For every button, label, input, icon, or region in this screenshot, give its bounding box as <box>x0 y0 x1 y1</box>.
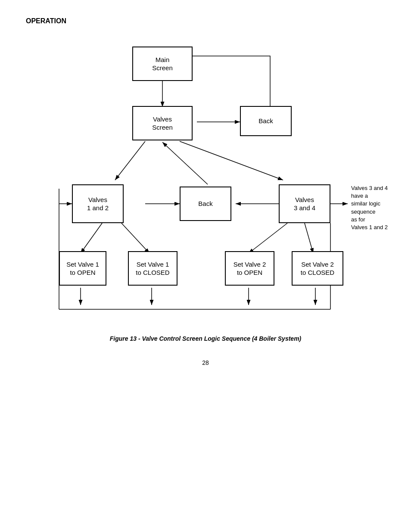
back-top-box: Back <box>240 106 292 136</box>
svg-line-4 <box>115 141 145 180</box>
set-valve1-open-label: Set Valve 1 to OPEN <box>66 260 99 277</box>
set-valve1-closed-label: Set Valve 1 to CLOSED <box>136 260 169 277</box>
set-valve2-open-label: Set Valve 2 to OPEN <box>234 260 266 277</box>
section-title: OPERATION <box>26 17 385 25</box>
diagram: Main Screen Valves Screen Back Valves 1 … <box>29 34 382 327</box>
set-valve2-closed-box: Set Valve 2 to CLOSED <box>292 251 343 286</box>
svg-line-9 <box>81 223 102 253</box>
svg-line-12 <box>305 223 313 253</box>
figure-caption: Figure 13 - Valve Control Screen Logic S… <box>26 335 385 342</box>
set-valve2-open-box: Set Valve 2 to OPEN <box>225 251 274 286</box>
main-screen-box: Main Screen <box>132 47 193 81</box>
svg-line-8 <box>162 142 208 184</box>
back-top-label: Back <box>258 117 273 125</box>
main-screen-label: Main Screen <box>152 56 173 72</box>
valves-1-2-label: Valves 1 and 2 <box>87 196 109 212</box>
back-middle-label: Back <box>198 199 212 208</box>
page-number: 28 <box>26 359 385 366</box>
valves-3-4-box: Valves 3 and 4 <box>279 184 330 223</box>
back-middle-box: Back <box>180 187 231 221</box>
page: OPERATION <box>0 0 411 532</box>
valves-3-4-label: Valves 3 and 4 <box>294 196 315 212</box>
svg-line-5 <box>180 141 283 180</box>
svg-line-11 <box>249 223 287 253</box>
set-valve1-closed-box: Set Valve 1 to CLOSED <box>128 251 177 286</box>
svg-line-10 <box>121 223 149 253</box>
valves-screen-box: Valves Screen <box>132 106 193 140</box>
valves-screen-label: Valves Screen <box>152 115 173 132</box>
side-note: Valves 3 and 4 have a similar logic sequ… <box>351 184 407 231</box>
valves-1-2-box: Valves 1 and 2 <box>72 184 124 223</box>
set-valve2-closed-label: Set Valve 2 to CLOSED <box>301 260 334 277</box>
set-valve1-open-box: Set Valve 1 to OPEN <box>59 251 106 286</box>
